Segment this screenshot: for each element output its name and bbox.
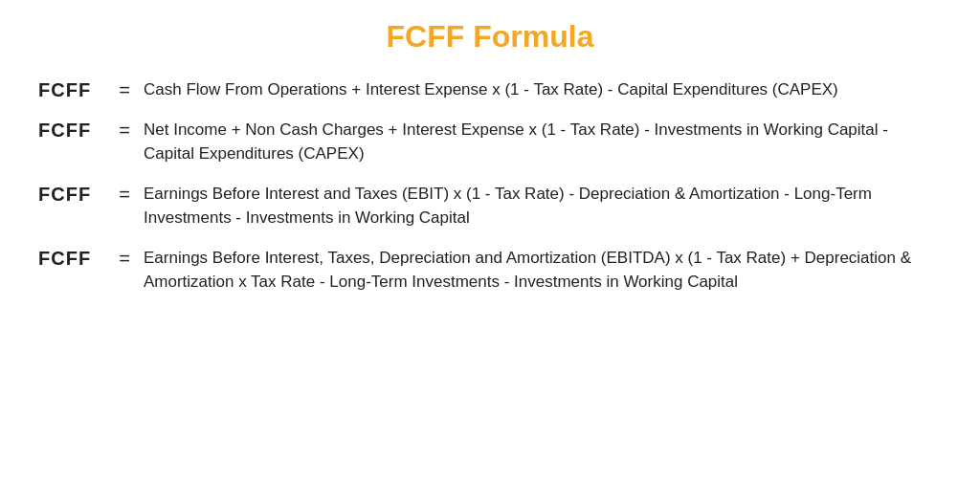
formula-row-1: FCFF=Cash Flow From Operations + Interes… xyxy=(38,77,942,102)
formula-equals-1: = xyxy=(105,77,144,101)
formulas-container: FCFF=Cash Flow From Operations + Interes… xyxy=(38,77,942,295)
formula-equals-4: = xyxy=(105,246,144,270)
formula-equals-2: = xyxy=(105,118,144,142)
formula-label-4: FCFF xyxy=(38,246,105,270)
formula-expression-4: Earnings Before Interest, Taxes, Depreci… xyxy=(144,246,942,295)
formula-expression-1: Cash Flow From Operations + Interest Exp… xyxy=(144,77,942,102)
page-title: FCFF Formula xyxy=(387,19,594,55)
formula-row-4: FCFF=Earnings Before Interest, Taxes, De… xyxy=(38,246,942,295)
formula-row-3: FCFF=Earnings Before Interest and Taxes … xyxy=(38,182,942,230)
formula-equals-3: = xyxy=(105,182,144,206)
formula-label-2: FCFF xyxy=(38,118,105,142)
formula-label-1: FCFF xyxy=(38,77,105,101)
formula-row-2: FCFF=Net Income + Non Cash Charges + Int… xyxy=(38,118,942,166)
formula-label-3: FCFF xyxy=(38,182,105,206)
formula-expression-2: Net Income + Non Cash Charges + Interest… xyxy=(144,118,942,166)
formula-expression-3: Earnings Before Interest and Taxes (EBIT… xyxy=(144,182,942,230)
